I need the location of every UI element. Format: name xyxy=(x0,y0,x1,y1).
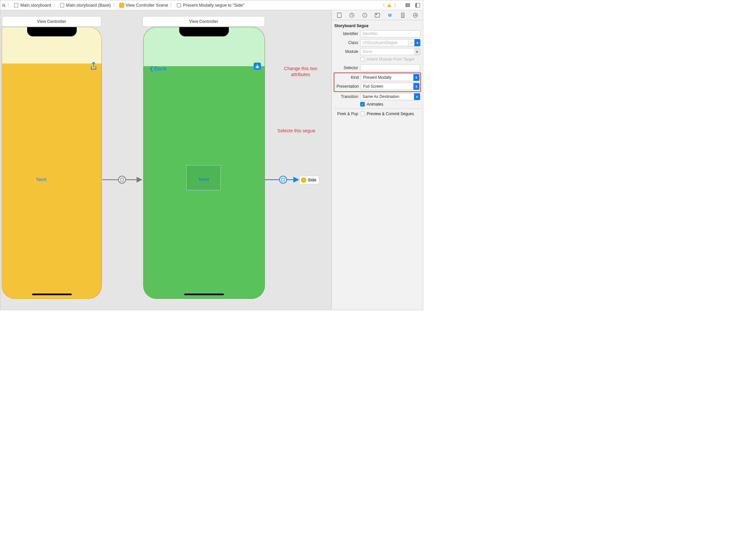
prev-issue-button[interactable]: 〈 xyxy=(380,3,385,8)
chevron-right-icon: 〉 xyxy=(112,2,118,8)
chevron-right-icon: 〉 xyxy=(7,2,12,8)
kind-select[interactable]: Present Modally xyxy=(361,74,420,81)
breadcrumb-item[interactable]: View Controller Scene 〉 xyxy=(118,2,176,8)
class-dropdown-button[interactable] xyxy=(415,39,420,46)
identity-inspector-tab[interactable] xyxy=(374,12,381,19)
back-button[interactable]: Back xyxy=(149,65,167,72)
peek-pop-label: Peek & Pop xyxy=(334,112,358,116)
annotation-change-attributes: Change this two attributes xyxy=(281,65,320,77)
assistant-toggle-button[interactable] xyxy=(415,3,420,8)
kind-row: Kind Present Modally xyxy=(335,74,420,81)
storyboard-file-icon xyxy=(13,3,19,8)
module-value: None xyxy=(361,49,414,54)
annotation-select-segue: Selecte this segue xyxy=(275,128,318,134)
home-indicator xyxy=(184,293,224,295)
breadcrumb-item[interactable]: Main.storyboard (Base) 〉 xyxy=(59,2,118,8)
presentation-row: Presentation Full Screen xyxy=(335,83,420,90)
breadcrumb-label: Present Modally segue to "Side" xyxy=(183,3,244,8)
inherit-module-checkbox[interactable] xyxy=(360,57,365,62)
selector-field[interactable] xyxy=(360,64,420,71)
next-button[interactable]: Next xyxy=(37,176,47,182)
module-label: Module xyxy=(334,49,358,54)
view-controller-preview[interactable]: Next xyxy=(2,27,102,299)
scene-icon xyxy=(119,3,124,8)
animates-label: Animates xyxy=(367,102,383,107)
container-view[interactable] xyxy=(186,165,220,190)
next-button-label: Next xyxy=(37,176,47,182)
kind-value: Present Modally xyxy=(361,75,414,80)
scene-title-bar[interactable]: View Controller xyxy=(142,16,265,27)
breadcrumb-toolbar: ls 〉 Main.storyboard 〉 Main.storyboard (… xyxy=(0,0,423,10)
identifier-label: Identifier xyxy=(334,32,358,36)
side-scene-reference[interactable]: Side xyxy=(299,176,319,184)
transition-label: Transition xyxy=(334,94,358,99)
device-notch xyxy=(27,27,77,37)
scene-title-bar[interactable]: View Controller xyxy=(2,16,101,27)
peek-pop-checkbox[interactable] xyxy=(360,112,365,116)
storyboard-reference-icon xyxy=(301,177,306,183)
breadcrumb-label: ls xyxy=(2,3,5,8)
transition-value: Same As Destination xyxy=(361,94,414,99)
device-notch xyxy=(179,27,229,37)
main-split: View Controller View Controller Next xyxy=(0,10,423,310)
side-scene-label: Side xyxy=(308,178,316,182)
kind-label: Kind xyxy=(335,75,359,80)
breadcrumb: ls 〉 Main.storyboard 〉 Main.storyboard (… xyxy=(0,2,380,8)
breadcrumb-item[interactable]: Main.storyboard 〉 xyxy=(13,2,59,8)
inherit-module-label: Inherit Module From Target xyxy=(367,57,415,62)
animates-checkbox[interactable]: ✓ xyxy=(360,102,365,107)
class-field[interactable] xyxy=(360,39,408,46)
storyboard-file-icon xyxy=(60,3,65,8)
connections-inspector-tab[interactable] xyxy=(412,12,419,19)
xcode-window: ls 〉 Main.storyboard 〉 Main.storyboard (… xyxy=(0,0,423,310)
home-indicator xyxy=(32,293,72,295)
outline-toggle-button[interactable] xyxy=(405,3,411,8)
svg-rect-7 xyxy=(337,13,341,17)
chevron-updown-icon xyxy=(414,83,419,90)
chevron-updown-icon xyxy=(414,93,420,100)
identifier-row: Identifier xyxy=(334,30,420,38)
chevron-updown-icon xyxy=(414,74,419,81)
warning-icon[interactable] xyxy=(387,3,392,8)
presentation-label: Presentation xyxy=(335,84,359,89)
inspector-panel: ? Storyboard Segue Identifier Class xyxy=(332,10,423,310)
storyboard-canvas[interactable]: View Controller View Controller Next xyxy=(0,10,332,310)
peek-pop-row: Peek & Pop Preview & Commit Segues xyxy=(334,109,420,116)
size-inspector-tab[interactable] xyxy=(399,12,406,19)
selected-segue-icon[interactable] xyxy=(279,176,287,184)
segue-icon xyxy=(176,3,182,8)
svg-rect-0 xyxy=(256,67,259,68)
presentation-value: Full Screen xyxy=(361,84,414,89)
module-select[interactable]: None xyxy=(360,48,420,55)
breadcrumb-label: View Controller Scene xyxy=(126,3,168,8)
attributes-inspector-tab[interactable] xyxy=(386,12,393,19)
inspector-body: Storyboard Segue Identifier Class ○ xyxy=(332,20,423,120)
breadcrumb-label: Main.storyboard (Base) xyxy=(66,3,111,8)
breadcrumb-item[interactable]: Present Modally segue to "Side" xyxy=(176,3,245,8)
breadcrumb-item[interactable]: ls 〉 xyxy=(2,2,13,8)
clear-class-button[interactable]: ○ xyxy=(408,39,415,46)
next-issue-button[interactable]: 〉 xyxy=(393,3,398,8)
history-inspector-tab[interactable] xyxy=(348,12,356,19)
chevron-updown-icon xyxy=(414,48,420,55)
chevron-right-icon: 〉 xyxy=(53,2,58,8)
svg-text:?: ? xyxy=(364,14,365,17)
download-icon[interactable] xyxy=(254,63,261,70)
transition-select[interactable]: Same As Destination xyxy=(360,93,420,100)
canvas-toolbar-right: 〈 〉 xyxy=(380,3,423,8)
animates-row: ✓ Animates xyxy=(334,102,420,107)
presentation-select[interactable]: Full Screen xyxy=(361,83,420,90)
segue-connector-icon[interactable] xyxy=(118,176,126,184)
breadcrumb-label: Main.storyboard xyxy=(20,3,51,8)
svg-rect-11 xyxy=(375,13,380,17)
svg-rect-12 xyxy=(376,14,377,15)
file-inspector-tab[interactable] xyxy=(336,12,343,19)
class-label: Class xyxy=(334,40,358,45)
highlighted-attributes-frame: Kind Present Modally Presentation xyxy=(334,72,421,92)
chevron-right-icon: 〉 xyxy=(169,2,175,8)
back-button-label: Back xyxy=(154,65,167,72)
identifier-field[interactable] xyxy=(360,30,420,38)
scene-title: View Controller xyxy=(37,19,66,24)
help-inspector-tab[interactable]: ? xyxy=(361,12,368,19)
view-controller-preview[interactable]: Back Next xyxy=(143,27,265,299)
